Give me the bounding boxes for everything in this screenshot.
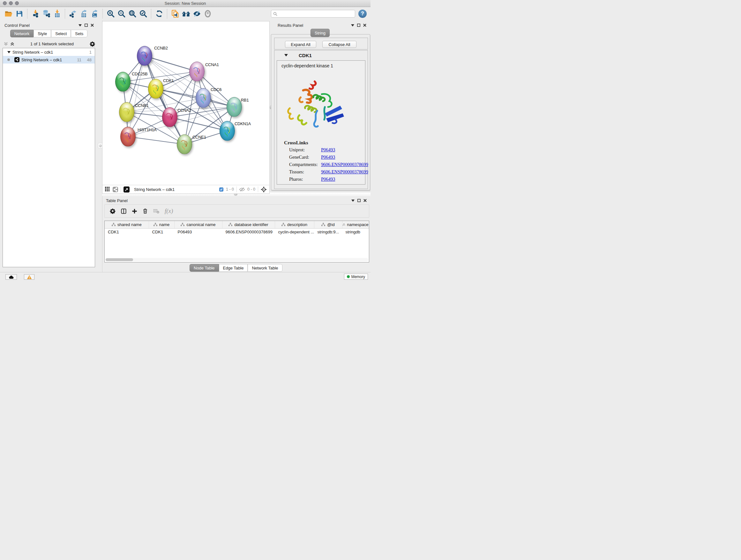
column-header-name[interactable]: name <box>149 221 174 229</box>
help-icon[interactable]: ? <box>358 10 367 18</box>
import-table-icon[interactable] <box>52 9 62 18</box>
import-network-icon[interactable] <box>30 9 40 18</box>
network-node-cdk1[interactable] <box>148 79 163 99</box>
crosslink-link[interactable]: P06493 <box>321 147 335 152</box>
network-canvas[interactable]: CCNB2CCNA1CDC25BCDK1CDC6RB1CCNB1CCNA2CDK… <box>103 21 269 185</box>
network-share-icon[interactable] <box>113 187 118 192</box>
export-table-icon[interactable] <box>79 9 89 18</box>
zoom-in-icon[interactable] <box>106 9 116 18</box>
crosslink-link[interactable]: 9606.ENSP00000378699 <box>321 162 368 167</box>
table-cell[interactable]: 9606.ENSP00000378699 <box>222 229 275 235</box>
status-bar: Memory <box>0 272 370 280</box>
section-collapse-icon[interactable] <box>284 54 288 57</box>
table-cell[interactable]: P06493 <box>174 229 222 235</box>
panel-menu-icon[interactable] <box>351 199 354 202</box>
export-image-icon[interactable] <box>90 9 99 18</box>
column-header-id[interactable]: @id <box>314 221 342 229</box>
clone-network-icon[interactable] <box>171 9 180 18</box>
column-header-namespace[interactable]: namespace <box>342 221 369 229</box>
search-field[interactable] <box>271 10 355 17</box>
panel-close-icon[interactable] <box>91 23 94 27</box>
cloud-status-button[interactable] <box>5 274 17 280</box>
show-hidden-icon[interactable] <box>203 9 212 18</box>
scrollbar-thumb[interactable] <box>106 258 133 261</box>
panel-menu-icon[interactable] <box>78 24 82 26</box>
zoom-selected-icon[interactable] <box>138 9 148 18</box>
expand-collapse-bar: Expand All Collapse All <box>274 38 368 50</box>
tab-network[interactable]: Network <box>10 30 34 37</box>
column-header-database-identifier[interactable]: database identifier <box>222 221 275 229</box>
tab-string[interactable]: String <box>311 29 330 37</box>
network-node-cdc25b[interactable] <box>115 72 131 91</box>
network-node-ccne1[interactable] <box>177 134 192 154</box>
crosslink-link[interactable]: P06493 <box>321 154 335 160</box>
memory-button[interactable]: Memory <box>344 273 368 280</box>
expand-all-icon[interactable] <box>10 42 14 46</box>
network-node-ccna2[interactable] <box>162 107 178 127</box>
collapse-all-button[interactable]: Collapse All <box>322 41 356 48</box>
add-column-icon[interactable] <box>132 208 137 214</box>
network-node-cdc6[interactable] <box>196 88 211 108</box>
refresh-layout-icon[interactable] <box>154 9 164 18</box>
column-header-canonical-name[interactable]: canonical name <box>174 221 222 229</box>
expand-all-button[interactable]: Expand All <box>285 41 316 48</box>
network-collection-row[interactable]: String Network – cdk1 1 <box>3 48 95 56</box>
save-session-icon[interactable] <box>15 9 24 18</box>
panel-float-icon[interactable] <box>84 23 88 27</box>
network-node-hist1h1a[interactable] <box>120 127 136 146</box>
network-node-rb1[interactable] <box>226 97 242 117</box>
grid-view-icon[interactable] <box>105 187 110 192</box>
network-row[interactable]: String Network – cdk1 11 48 <box>3 56 95 64</box>
show-columns-icon[interactable] <box>121 208 126 214</box>
crosslink-link[interactable]: 9606.ENSP00000378699 <box>321 169 368 175</box>
table-cell[interactable]: stringdb <box>342 229 369 235</box>
column-header-shared-name[interactable]: shared name <box>105 221 149 229</box>
network-edge[interactable] <box>145 56 197 71</box>
tab-sets[interactable]: Sets <box>71 30 87 37</box>
zoom-fit-icon[interactable] <box>128 9 137 18</box>
left-splitter[interactable] <box>98 20 103 272</box>
table-cell[interactable]: CDK1 <box>105 229 149 235</box>
delete-column-icon[interactable] <box>143 208 148 214</box>
network-edge[interactable] <box>156 89 234 107</box>
panel-close-icon[interactable] <box>363 199 367 202</box>
tree-expand-icon[interactable] <box>7 51 10 53</box>
zoom-out-icon[interactable] <box>117 9 126 18</box>
panel-float-icon[interactable] <box>357 23 360 27</box>
tab-style[interactable]: Style <box>33 30 51 37</box>
hide-selected-icon[interactable] <box>192 9 202 18</box>
column-header-description[interactable]: description <box>275 221 314 229</box>
tab-node-table[interactable]: Node Table <box>190 264 219 272</box>
node-label-cdkn1a: CDKN1A <box>234 121 251 126</box>
show-panels-icon[interactable] <box>181 9 191 18</box>
export-network-icon[interactable] <box>68 9 78 18</box>
table-settings-icon[interactable] <box>110 208 116 214</box>
table-horizontal-scrollbar[interactable] <box>105 258 368 261</box>
birds-eye-view-icon[interactable] <box>124 186 130 192</box>
collapse-all-icon[interactable] <box>4 42 8 46</box>
crosslink-link[interactable]: P06493 <box>321 177 335 182</box>
fit-selected-crosshair-icon[interactable] <box>261 186 267 192</box>
selected-checkbox-icon[interactable] <box>219 187 223 192</box>
tab-select[interactable]: Select <box>51 30 71 37</box>
network-node-ccna1[interactable] <box>189 62 205 81</box>
import-network-database-icon[interactable] <box>42 9 51 18</box>
network-edge[interactable] <box>128 137 185 144</box>
panel-menu-icon[interactable] <box>351 24 354 26</box>
gear-icon[interactable] <box>90 41 95 47</box>
table-cell[interactable]: CDK1 <box>149 229 174 235</box>
warning-status-button[interactable] <box>24 274 35 280</box>
tab-edge-table[interactable]: Edge Table <box>219 264 248 272</box>
tab-network-table[interactable]: Network Table <box>248 264 282 272</box>
table-row[interactable]: CDK1CDK1P064939606.ENSP00000378699cyclin… <box>105 229 369 235</box>
network-node-ccnb2[interactable] <box>137 46 152 66</box>
panel-float-icon[interactable] <box>357 199 360 202</box>
panel-close-icon[interactable] <box>363 23 366 27</box>
table-cell[interactable]: cyclin-dependent ... <box>275 229 314 235</box>
table-cell[interactable]: stringdb:9... <box>314 229 342 235</box>
search-input[interactable] <box>279 11 353 16</box>
open-session-icon[interactable] <box>4 9 13 18</box>
left-splitter-handle[interactable] <box>98 143 103 148</box>
network-node-cdkn1a[interactable] <box>219 121 235 141</box>
network-node-ccnb1[interactable] <box>119 102 134 122</box>
